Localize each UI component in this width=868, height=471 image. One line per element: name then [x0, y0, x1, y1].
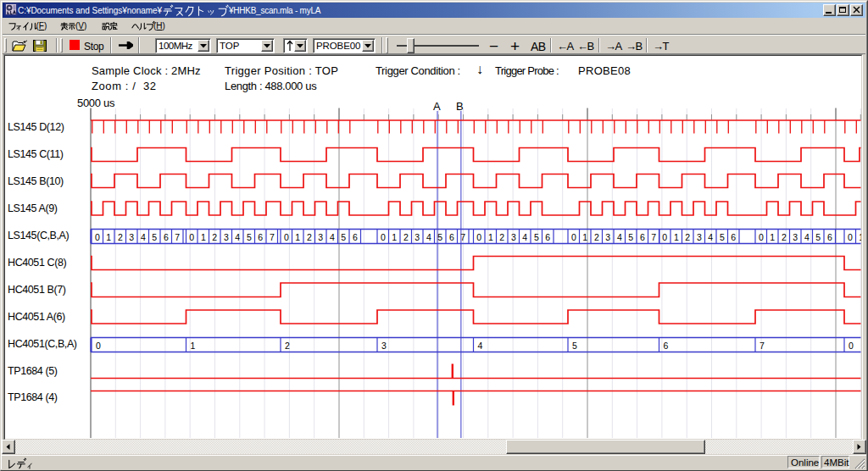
svg-text:1: 1: [770, 232, 775, 242]
svg-text:3: 3: [511, 232, 516, 242]
svg-text:0: 0: [95, 232, 100, 242]
svg-text:5: 5: [815, 232, 821, 242]
svg-text:4: 4: [708, 232, 713, 242]
svg-text:2: 2: [499, 232, 504, 242]
svg-text:4: 4: [141, 232, 146, 242]
svg-text:3: 3: [793, 232, 798, 242]
svg-text:0: 0: [849, 341, 854, 351]
svg-text:4: 4: [617, 232, 622, 242]
svg-text:1: 1: [191, 341, 196, 351]
svg-text:0: 0: [96, 341, 101, 351]
svg-text:4: 4: [478, 341, 483, 351]
svg-text:3: 3: [318, 232, 323, 242]
svg-text:7: 7: [760, 341, 765, 351]
svg-text:0: 0: [189, 232, 194, 242]
svg-text:3: 3: [415, 232, 420, 242]
svg-text:5: 5: [534, 232, 539, 242]
svg-text:6: 6: [640, 232, 645, 242]
svg-text:0: 0: [381, 232, 386, 242]
svg-text:5: 5: [720, 232, 725, 242]
svg-text:3: 3: [381, 341, 387, 351]
svg-text:6: 6: [827, 232, 832, 242]
svg-text:7: 7: [175, 232, 180, 242]
svg-text:1: 1: [488, 232, 493, 242]
svg-text:6: 6: [258, 232, 263, 242]
svg-text:0: 0: [848, 232, 853, 242]
svg-text:0: 0: [759, 232, 764, 242]
svg-text:0: 0: [662, 232, 667, 242]
svg-text:2: 2: [403, 232, 409, 242]
svg-text:6: 6: [353, 232, 358, 242]
svg-text:2: 2: [285, 341, 290, 351]
svg-text:2: 2: [118, 232, 123, 242]
svg-text:5: 5: [247, 232, 252, 242]
svg-text:4: 4: [235, 232, 240, 242]
svg-text:5: 5: [341, 232, 346, 242]
svg-text:5: 5: [628, 232, 633, 242]
svg-text:4: 4: [426, 232, 431, 242]
svg-text:7: 7: [460, 232, 465, 242]
svg-text:2: 2: [212, 232, 217, 242]
svg-text:1: 1: [859, 232, 864, 242]
svg-text:6: 6: [731, 232, 736, 242]
svg-text:6: 6: [545, 232, 550, 242]
svg-text:6: 6: [664, 341, 669, 351]
svg-text:3: 3: [605, 232, 610, 242]
svg-text:3: 3: [224, 232, 229, 242]
svg-text:1: 1: [674, 232, 679, 242]
svg-text:5: 5: [152, 232, 157, 242]
svg-text:4: 4: [522, 232, 527, 242]
svg-text:3: 3: [129, 232, 134, 242]
svg-text:2: 2: [782, 232, 787, 242]
svg-text:4: 4: [330, 232, 335, 242]
svg-text:4: 4: [804, 232, 810, 242]
svg-text:3: 3: [697, 232, 702, 242]
svg-text:5: 5: [572, 341, 577, 351]
svg-text:2: 2: [685, 232, 690, 242]
svg-text:1: 1: [106, 232, 111, 242]
svg-text:6: 6: [164, 232, 169, 242]
svg-text:7: 7: [270, 232, 275, 242]
svg-text:2: 2: [307, 232, 312, 242]
svg-text:1: 1: [295, 232, 300, 242]
svg-text:1: 1: [582, 232, 587, 242]
svg-text:6: 6: [449, 232, 454, 242]
svg-text:1: 1: [392, 232, 397, 242]
svg-text:1: 1: [201, 232, 206, 242]
svg-text:7: 7: [651, 232, 656, 242]
svg-text:5: 5: [437, 232, 442, 242]
svg-text:0: 0: [571, 232, 576, 242]
svg-text:2: 2: [594, 232, 599, 242]
svg-text:0: 0: [476, 232, 481, 242]
svg-text:0: 0: [284, 232, 289, 242]
